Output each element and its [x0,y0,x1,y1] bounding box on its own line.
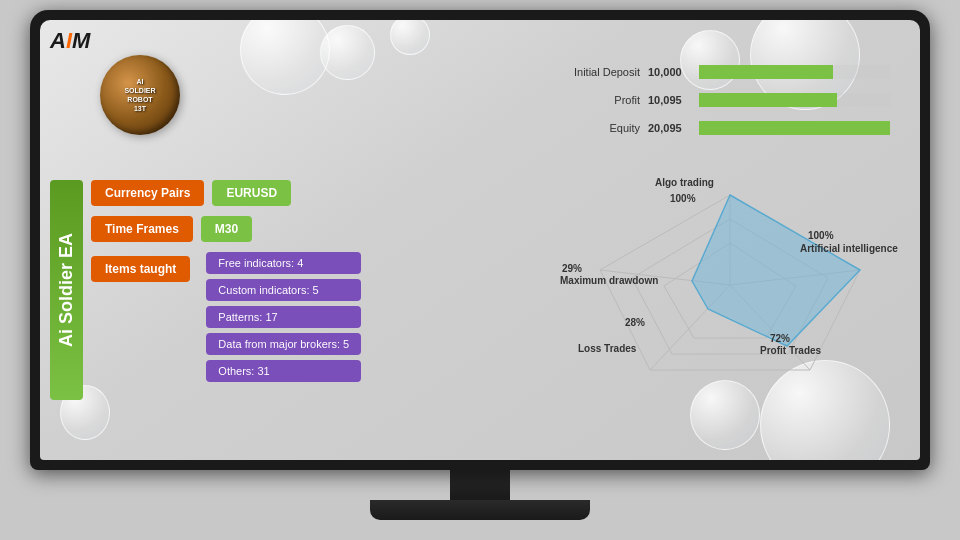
coin-logo: AI SOLDIER ROBOT 13T [100,55,180,135]
logo-a: A [50,28,66,53]
bar-track [699,65,890,79]
bar-fill [699,65,833,79]
info-rows: Currency Pairs EURUSD Time Frames M30 It… [91,180,361,400]
time-frames-row: Time Frames M30 [91,216,361,242]
items-taught-list: Free indicators: 4Custom indicators: 5Pa… [206,252,361,382]
monitor-neck [450,470,510,500]
bar-row: Initial Deposit 10,000 [550,65,890,79]
bar-value: 10,095 [648,94,693,106]
bar-value: 20,095 [648,122,693,134]
logo-m: M [72,28,90,53]
time-frames-label: Time Frames [91,216,193,242]
bar-value: 10,000 [648,66,693,78]
monitor-screen-outer: AIM AI SOLDIER ROBOT 13T Initial Deposit… [30,10,930,470]
radar-svg [560,175,900,395]
bar-row: Equity 20,095 [550,121,890,135]
bar-track [699,93,890,107]
bar-track [699,121,890,135]
svg-marker-8 [692,195,860,346]
bubble-1 [240,20,330,95]
coin-text: AI SOLDIER ROBOT 13T [124,77,155,113]
monitor-base [370,500,590,520]
items-taught-item: Custom indicators: 5 [206,279,361,301]
logo-area: AIM [50,28,90,54]
bubble-3 [390,20,430,55]
currency-pairs-label: Currency Pairs [91,180,204,206]
vertical-label: Ai Soldier EA [50,180,83,400]
bar-fill [699,93,837,107]
bar-label: Equity [550,122,640,134]
currency-pairs-value: EURUSD [212,180,291,206]
monitor-wrapper: AIM AI SOLDIER ROBOT 13T Initial Deposit… [20,10,940,530]
bar-label: Profit [550,94,640,106]
items-taught-item: Free indicators: 4 [206,252,361,274]
bubble-2 [320,25,375,80]
items-taught-item: Data from major brokers: 5 [206,333,361,355]
bar-fill [699,121,890,135]
monitor-screen: AIM AI SOLDIER ROBOT 13T Initial Deposit… [40,20,920,460]
items-taught-item: Others: 31 [206,360,361,382]
items-taught-label: Items taught [91,256,190,282]
bar-chart-area: Initial Deposit 10,000 Profit 10,095 Equ… [550,65,890,149]
items-taught-item: Patterns: 17 [206,306,361,328]
aim-logo: AIM [50,28,90,54]
info-panel: Ai Soldier EA Currency Pairs EURUSD Time… [50,180,361,400]
time-frames-value: M30 [201,216,252,242]
bar-row: Profit 10,095 [550,93,890,107]
bar-label: Initial Deposit [550,66,640,78]
currency-pairs-row: Currency Pairs EURUSD [91,180,361,206]
items-taught-row: Items taught Free indicators: 4Custom in… [91,252,361,382]
radar-area: Algo trading 100% 100% Artificial intell… [560,175,900,395]
